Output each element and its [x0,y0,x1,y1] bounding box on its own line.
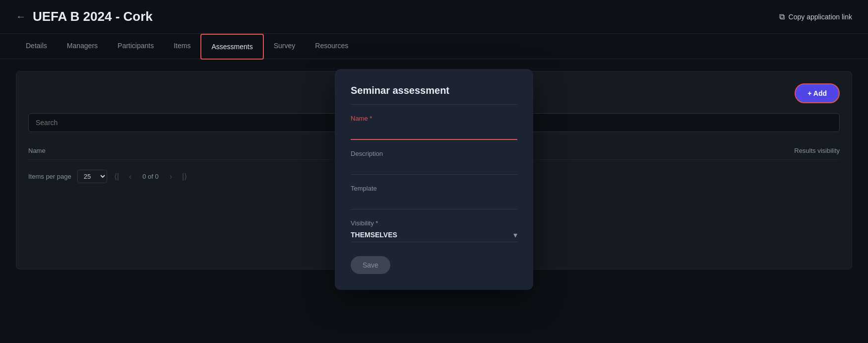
modal-title: Seminar assessment [351,85,517,96]
name-input[interactable] [351,125,517,140]
header-left: ← UEFA B 2024 - Cork [16,9,153,24]
template-label: Template [351,185,517,192]
template-field-group: Template [351,185,517,209]
copy-link-label: Copy application link [789,13,852,21]
visibility-field-group: Visibility * THEMSELVES EVERYONE MANAGER… [351,219,517,242]
per-page-select[interactable]: 25 50 100 [77,170,107,183]
modal-divider [351,104,517,105]
tab-managers[interactable]: Managers [57,34,108,59]
add-button[interactable]: + Add [795,83,840,103]
tab-participants[interactable]: Participants [108,34,164,59]
visibility-select[interactable]: THEMSELVES EVERYONE MANAGERS_ONLY [351,228,517,242]
copy-icon: ⧉ [779,12,785,21]
prev-page-button[interactable]: ‹ [126,171,134,182]
main-content: + Add Name Results visibility Items per … [0,59,868,281]
modal: Seminar assessment Name * Description Te… [335,69,533,290]
page-info: 0 of 0 [142,173,159,180]
visibility-label: Visibility * [351,219,517,227]
copy-link-button[interactable]: ⧉ Copy application link [779,12,852,21]
first-page-button[interactable]: ⟨| [111,171,122,182]
header: ← UEFA B 2024 - Cork ⧉ Copy application … [0,0,868,34]
col-visibility-header: Results visibility [741,147,840,154]
back-button[interactable]: ← [16,11,26,22]
name-field-group: Name * [351,115,517,140]
per-page-label: Items per page [28,173,71,180]
name-label: Name * [351,115,517,122]
next-page-button[interactable]: › [167,171,175,182]
nav-tabs: Details Managers Participants Items Asse… [0,34,868,59]
tab-resources[interactable]: Resources [305,34,358,59]
tab-survey[interactable]: Survey [264,34,306,59]
save-button[interactable]: Save [351,256,390,274]
tab-items[interactable]: Items [164,34,200,59]
tab-assessments[interactable]: Assessments [200,34,263,60]
tab-details[interactable]: Details [16,34,57,59]
page-title: UEFA B 2024 - Cork [33,9,153,24]
description-input[interactable] [351,160,517,175]
description-field-group: Description [351,150,517,175]
description-label: Description [351,150,517,157]
last-page-button[interactable]: |⟩ [179,171,190,182]
template-input[interactable] [351,195,517,209]
visibility-select-wrapper: THEMSELVES EVERYONE MANAGERS_ONLY ▾ [351,228,517,242]
